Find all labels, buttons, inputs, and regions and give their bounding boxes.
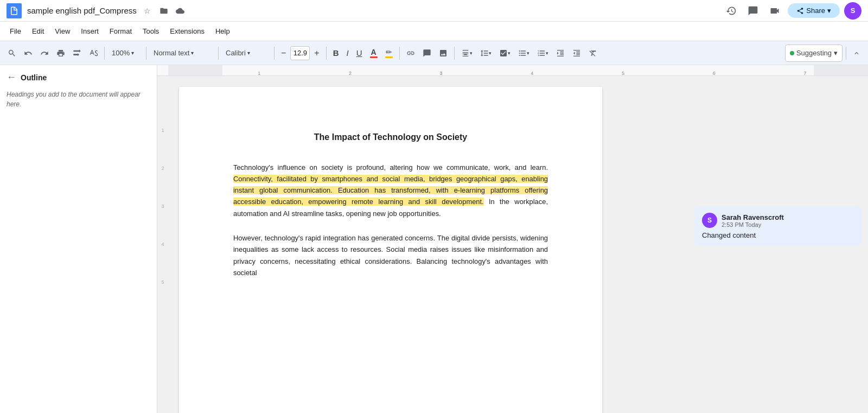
- suggesting-dropdown-icon: ▾: [834, 49, 838, 57]
- ruler-bar: 1 2 3 4 5 6 7: [157, 65, 868, 76]
- text-color-button[interactable]: A: [367, 45, 381, 62]
- highlight-button[interactable]: ✏: [382, 45, 396, 62]
- paragraph-2: However, technology's rapid integration …: [233, 232, 548, 278]
- bullet-list-button[interactable]: ▾: [515, 45, 533, 62]
- document-page: The Impact of Technology on Society Tech…: [179, 87, 602, 413]
- search-button[interactable]: [4, 45, 20, 62]
- document-title: sample english pdf_Compress: [27, 6, 137, 15]
- document-scroll-area[interactable]: The Impact of Technology on Society Tech…: [168, 76, 689, 413]
- share-button[interactable]: Share ▾: [788, 3, 840, 18]
- suggesting-label: Suggesting: [796, 49, 832, 57]
- underline-button[interactable]: U: [353, 45, 366, 62]
- italic-button[interactable]: I: [343, 45, 352, 62]
- indent-button[interactable]: [553, 45, 568, 62]
- format-clear-button[interactable]: [585, 45, 601, 62]
- star-icon[interactable]: ☆: [141, 4, 154, 17]
- font-dropdown[interactable]: Calibri ▾: [222, 45, 271, 62]
- insert-image-button[interactable]: [436, 45, 451, 62]
- comment-card[interactable]: S Sarah Ravenscroft 2:53 PM Today Change…: [694, 206, 863, 246]
- comment-time: 2:53 PM Today: [722, 221, 784, 228]
- font-minus-button[interactable]: −: [278, 45, 289, 62]
- menu-edit[interactable]: Edit: [27, 25, 49, 37]
- spellcheck-button[interactable]: [86, 45, 101, 62]
- share-label: Share: [806, 7, 825, 15]
- paragraph-1: Technology's influence on society is pro…: [233, 162, 548, 219]
- zoom-dropdown[interactable]: 100% ▾: [108, 45, 143, 62]
- menu-view[interactable]: View: [49, 25, 75, 37]
- comment-panel: S Sarah Ravenscroft 2:53 PM Today Change…: [689, 76, 868, 413]
- folder-icon[interactable]: [157, 4, 170, 17]
- menu-insert[interactable]: Insert: [75, 25, 104, 37]
- comment-author: Sarah Ravenscroft: [722, 213, 784, 221]
- link-button[interactable]: [403, 45, 418, 62]
- outline-hint: Headings you add to the document will ap…: [7, 90, 150, 109]
- menu-help[interactable]: Help: [210, 25, 235, 37]
- numbered-list-button[interactable]: ▾: [534, 45, 552, 62]
- redo-button[interactable]: [37, 45, 52, 62]
- line-spacing-button[interactable]: ▾: [477, 45, 495, 62]
- menu-extensions[interactable]: Extensions: [164, 25, 210, 37]
- comment-content: Changed content: [702, 231, 855, 239]
- font-value: Calibri: [226, 49, 246, 57]
- history-icon[interactable]: [723, 2, 740, 20]
- document-heading: The Impact of Technology on Society: [233, 130, 548, 144]
- zoom-value: 100%: [112, 49, 130, 57]
- highlight-indicator: ✏: [385, 48, 393, 58]
- sep7: [454, 47, 455, 60]
- meet-icon[interactable]: [766, 2, 783, 20]
- bold-button[interactable]: B: [330, 45, 342, 62]
- ruler-ticks: 1 2 3 4 5 6 7: [168, 65, 868, 76]
- share-dropdown-icon: ▾: [827, 7, 831, 15]
- checklist-button[interactable]: ▾: [496, 45, 514, 62]
- font-plus-button[interactable]: +: [311, 45, 322, 62]
- user-avatar[interactable]: S: [844, 2, 861, 20]
- font-size-input[interactable]: [290, 46, 310, 60]
- para1-before: Technology's influence on society is pro…: [233, 163, 548, 171]
- text-color-indicator: A: [370, 48, 378, 58]
- paintformat-button[interactable]: [69, 45, 85, 62]
- style-dropdown[interactable]: Normal text ▾: [150, 45, 215, 62]
- sep4: [274, 47, 275, 60]
- outline-header: ← Outline: [7, 72, 150, 83]
- comment-meta: Sarah Ravenscroft 2:53 PM Today: [722, 213, 784, 228]
- doc-icon: [7, 3, 22, 18]
- sep1: [104, 47, 105, 60]
- cloud-icon[interactable]: [174, 4, 187, 17]
- title-icons: ☆: [141, 4, 187, 17]
- style-value: Normal text: [154, 49, 189, 57]
- outline-title: Outline: [21, 73, 47, 82]
- suggesting-dot: [790, 51, 794, 55]
- menu-format[interactable]: Format: [104, 25, 137, 37]
- sep3: [218, 47, 219, 60]
- comment-header: S Sarah Ravenscroft 2:53 PM Today: [702, 213, 855, 228]
- comments-icon[interactable]: [744, 2, 762, 20]
- menu-tools[interactable]: Tools: [137, 25, 164, 37]
- vertical-ruler: 1 2 3 4 5: [157, 76, 168, 413]
- align-button[interactable]: ▾: [458, 45, 476, 62]
- sep8: [846, 47, 846, 60]
- sep2: [146, 47, 146, 60]
- suggesting-dropdown[interactable]: Suggesting ▾: [785, 45, 843, 62]
- undo-button[interactable]: [21, 45, 36, 62]
- add-comment-button[interactable]: [419, 45, 435, 62]
- collapse-toolbar-button[interactable]: [850, 45, 864, 62]
- comment-avatar: S: [702, 213, 717, 228]
- sep5: [326, 47, 327, 60]
- outdent-button[interactable]: [569, 45, 584, 62]
- sidebar-back-button[interactable]: ←: [7, 72, 16, 83]
- sep6: [399, 47, 400, 60]
- print-button[interactable]: [53, 45, 68, 62]
- menu-file[interactable]: File: [4, 25, 27, 37]
- top-right-controls: Share ▾ S: [723, 2, 861, 20]
